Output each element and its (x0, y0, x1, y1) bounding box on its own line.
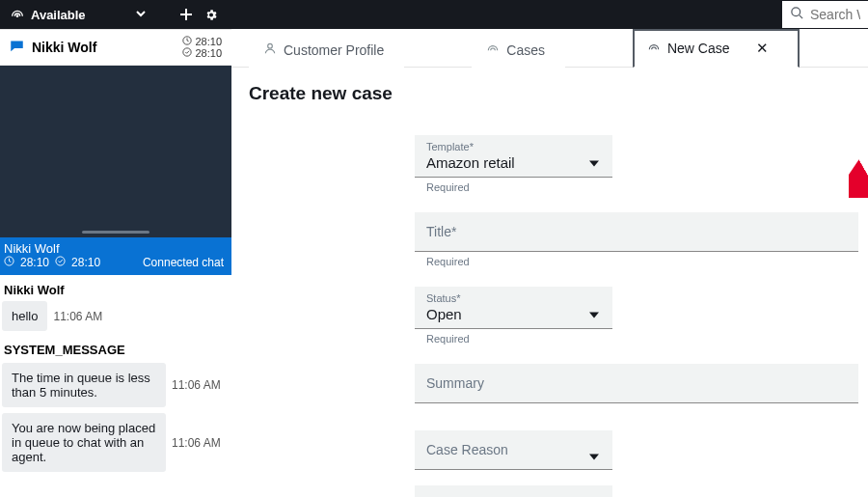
field-value: Amazon retail (426, 154, 601, 171)
chevron-down-icon (589, 304, 599, 321)
top-bar: Available (0, 0, 868, 29)
required-hint: Required (415, 329, 868, 360)
chat-transcript: Nikki Wolf hello 11:06 AM SYSTEM_MESSAGE… (0, 275, 231, 478)
chat-bubble: You are now being placed in queue to cha… (2, 413, 166, 472)
check-circle-icon (182, 47, 192, 59)
plus-icon[interactable] (179, 8, 193, 21)
field-label: Case Reason (426, 442, 601, 457)
chat-message-row: You are now being placed in queue to cha… (2, 413, 228, 472)
active-contact-name: Nikki Wolf (4, 241, 224, 256)
agent-status[interactable]: Available (0, 7, 156, 23)
status-select[interactable]: Status* Open (415, 287, 612, 329)
contact-name: Nikki Wolf (32, 40, 96, 55)
main-panel: Customer Profile Cases New Case ✕ Create… (231, 29, 868, 497)
case-severity-select[interactable]: Case severity (415, 485, 612, 497)
left-panel: Nikki Wolf 28:10 28:10 Nikki Wolf 28:10 … (0, 29, 231, 497)
required-hint: Required (415, 178, 868, 208)
gear-icon[interactable] (204, 8, 218, 21)
svg-point-6 (268, 43, 273, 48)
check-circle-icon (55, 256, 66, 269)
field-label: Status* (426, 292, 601, 304)
chevron-down-icon (589, 152, 599, 170)
chat-message-row: The time in queue is less than 5 minutes… (2, 363, 228, 407)
tab-label: Customer Profile (284, 42, 384, 58)
chat-sender-name: Nikki Wolf (2, 279, 228, 301)
search-icon (790, 6, 804, 23)
person-icon (263, 41, 277, 58)
chat-timestamp: 11:06 AM (172, 378, 221, 392)
system-message-header: SYSTEM_MESSAGE (2, 337, 228, 363)
active-contact-strip[interactable]: Nikki Wolf 28:10 28:10 Connected chat (0, 237, 231, 275)
case-reason-select[interactable]: Case Reason (415, 430, 612, 470)
field-label: Summary (426, 375, 847, 391)
tab-cases[interactable]: Cases (472, 31, 565, 68)
chat-bubble: hello (2, 301, 47, 331)
chat-message-row: hello 11:06 AM (2, 301, 228, 331)
chevron-down-icon (135, 8, 147, 22)
chat-icon (10, 39, 24, 56)
connect-logo-icon (10, 7, 25, 23)
field-value: Open (426, 306, 601, 322)
svg-point-3 (183, 48, 191, 56)
clock-icon (182, 36, 192, 47)
chat-timestamp: 11:06 AM (172, 436, 221, 450)
contact-row[interactable]: Nikki Wolf 28:10 28:10 (0, 29, 231, 66)
clock-icon (4, 256, 14, 269)
title-input[interactable]: Title* (415, 212, 858, 252)
cases-icon (486, 41, 500, 58)
page-title: Create new case (231, 68, 868, 114)
svg-point-0 (16, 15, 17, 16)
close-icon[interactable]: ✕ (756, 40, 769, 57)
field-label: Title* (426, 224, 847, 239)
tab-new-case[interactable]: New Case ✕ (633, 29, 800, 68)
contact-preview-area (0, 66, 231, 237)
resize-handle[interactable] (82, 231, 149, 234)
required-hint: Required (415, 252, 868, 283)
chat-timestamp: 11:06 AM (53, 310, 102, 323)
summary-input[interactable]: Summary (415, 364, 858, 403)
new-case-form: Template* Amazon retail Required Title* … (231, 114, 868, 497)
contact-timers: 28:10 28:10 (182, 36, 222, 59)
field-label: Template* (426, 141, 601, 152)
svg-point-1 (792, 8, 800, 16)
tab-bar: Customer Profile Cases New Case ✕ (231, 29, 868, 68)
template-select[interactable]: Template* Amazon retail (415, 135, 612, 178)
agent-status-label: Available (31, 8, 86, 22)
search-input[interactable] (810, 7, 860, 22)
svg-point-5 (56, 257, 65, 265)
chevron-down-icon (589, 446, 599, 463)
global-search[interactable] (782, 1, 868, 28)
chat-bubble: The time in queue is less than 5 minutes… (2, 363, 166, 407)
cases-icon (647, 41, 661, 57)
tab-customer-profile[interactable]: Customer Profile (249, 31, 404, 68)
tab-label: Cases (506, 42, 545, 58)
tab-label: New Case (667, 41, 730, 56)
connection-state: Connected chat (143, 256, 224, 269)
